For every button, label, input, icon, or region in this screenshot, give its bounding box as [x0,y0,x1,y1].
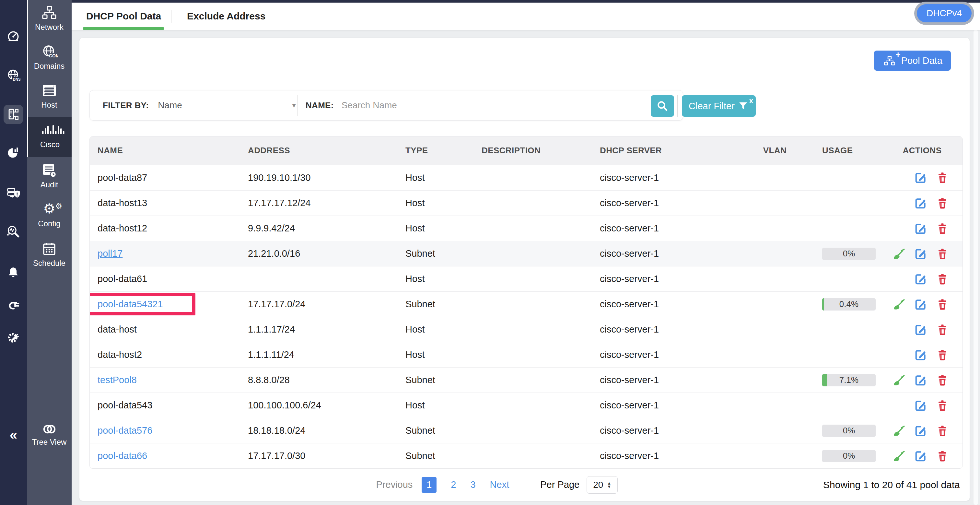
tab-dhcp-pool-data[interactable]: DHCP Pool Data [86,3,161,30]
cell-name: poll17 [90,241,240,266]
clear-filter-button[interactable]: Clear Filter x [682,95,756,117]
nav-item-host[interactable]: Host [27,83,72,110]
edit-action-button[interactable] [914,272,927,285]
pool-name-link[interactable]: testPool8 [97,375,137,386]
delete-action-button[interactable] [936,374,949,387]
search-button[interactable] [651,95,674,117]
delete-action-button[interactable] [936,171,949,184]
cell-description [474,241,592,266]
usage-percent-label: 7.1% [839,375,859,385]
results-summary: Showing 1 to 20 of 41 pool data [823,469,960,501]
delete-icon [937,273,948,285]
cell-actions [882,165,963,190]
host-tree-icon-active-bg[interactable] [3,105,23,124]
tab-divider [171,10,172,23]
edit-action-button[interactable] [914,349,927,362]
previous-page-link[interactable]: Previous [376,480,413,490]
search-name-input[interactable] [342,100,542,110]
col-header-actions: ACTIONS [882,137,963,165]
edit-action-button[interactable] [914,197,927,210]
pool-name-link[interactable]: pool-data576 [97,425,152,436]
cell-vlan [746,216,804,241]
cell-dhcp-server: cisco-server-1 [592,165,746,190]
dhcpv4-toggle-button[interactable]: DHCPv4 [917,4,972,22]
cell-type: Subnet [398,443,474,468]
col-header-usage: USAGE [804,137,882,165]
name-field-label: NAME: [305,100,334,110]
col-header-dhcp-server: DHCP SERVER [592,137,746,165]
usage-percent-label: 0% [843,451,855,461]
broom-action-button[interactable] [892,298,905,311]
nav-item-config[interactable]: ⚙⚙ Config [27,202,72,228]
cell-usage [804,216,882,241]
reports-pie-icon[interactable] [5,145,21,160]
cell-name: pool-data66 [90,443,240,468]
scrollbar-track[interactable] [974,30,978,505]
edit-action-button[interactable] [914,298,927,311]
delete-action-button[interactable] [936,298,949,311]
cell-address: 17.17.17.0/30 [240,443,398,468]
edit-action-button[interactable] [914,424,927,437]
nav-item-tree-view[interactable]: Tree View [27,423,72,447]
cell-dhcp-server: cisco-server-1 [592,418,746,443]
delete-action-button[interactable] [936,349,949,362]
delete-action-button[interactable] [936,424,949,437]
search-icon [656,100,668,112]
svg-text:COM: COM [49,53,58,58]
delete-action-button[interactable] [936,323,949,336]
pool-name-link[interactable]: pool-data66 [97,451,147,461]
nav-item-network[interactable]: Network [27,5,72,32]
edit-action-button[interactable] [914,171,927,184]
cell-vlan [746,368,804,392]
delete-action-button[interactable] [936,222,949,235]
cell-vlan [746,342,804,367]
edit-action-button[interactable] [914,247,927,260]
edit-action-button[interactable] [914,399,927,412]
delete-icon [937,374,948,386]
delete-action-button[interactable] [936,197,949,210]
page-2-link[interactable]: 2 [451,480,456,490]
page-3-link[interactable]: 3 [470,480,476,490]
filter-by-select[interactable]: Name [158,100,182,110]
cell-vlan [746,191,804,215]
pool-name-link[interactable]: pool-data54321 [97,299,163,309]
tab-exclude-address[interactable]: Exclude Address [187,3,266,30]
delete-action-button[interactable] [936,399,949,412]
add-pool-data-button[interactable]: + Pool Data [874,51,951,71]
chevron-down-icon[interactable]: ▼ [291,102,297,109]
broom-action-button[interactable] [892,247,905,260]
edit-action-button[interactable] [914,222,927,235]
pool-name-link[interactable]: poll17 [97,248,123,259]
broom-icon [892,374,905,387]
next-page-link[interactable]: Next [490,480,509,490]
dashboard-gauge-icon[interactable] [5,29,21,44]
nav-item-domains[interactable]: COM Domains [27,44,72,71]
cell-description [474,292,592,317]
edit-action-button[interactable] [914,323,927,336]
nav-item-audit[interactable]: Audit [27,163,72,189]
per-page-select[interactable]: 20 ▲▼ [587,476,618,494]
notifications-bell-icon[interactable] [5,264,21,280]
collapse-sidebar-icon[interactable]: « [0,427,27,443]
delete-action-button[interactable] [936,247,949,260]
nav-item-schedule[interactable]: Schedule [27,241,72,268]
cell-address: 21.21.0.0/16 [240,241,398,266]
edit-action-button[interactable] [914,449,927,462]
delete-action-button[interactable] [936,449,949,462]
admin-tools-icon[interactable] [5,330,21,346]
server-alert-icon[interactable] [5,185,21,201]
dns-globe-icon[interactable]: DNS [5,67,21,83]
broom-icon [892,298,905,311]
plugin-icon[interactable] [5,298,21,314]
delete-action-button[interactable] [936,272,949,285]
broom-action-button[interactable] [892,424,905,437]
broom-action-button[interactable] [892,449,905,462]
broom-icon [892,247,905,260]
cell-actions [882,241,963,266]
edit-action-button[interactable] [914,374,927,387]
cell-vlan [746,418,804,443]
page-1-button[interactable]: 1 [422,477,436,493]
search-insight-icon[interactable] [5,224,21,239]
nav-item-cisco[interactable]: Cisco [27,117,72,157]
broom-action-button[interactable] [892,374,905,387]
